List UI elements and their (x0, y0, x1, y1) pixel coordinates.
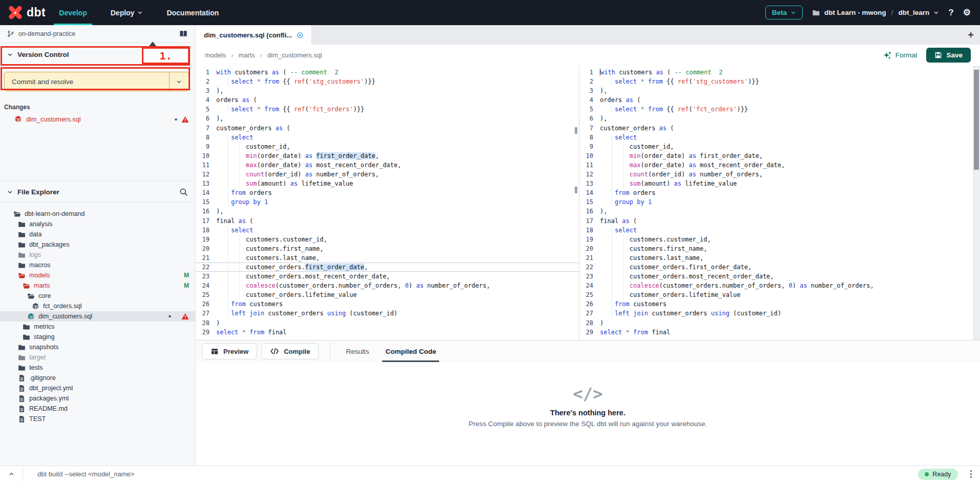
code-line[interactable]: 11 max(order_date) as most_recent_order_… (579, 160, 973, 170)
breadcrumb-marts[interactable]: marts (239, 51, 255, 59)
branch-name[interactable]: on-demand-practice (18, 30, 75, 37)
code-line[interactable]: 3), (196, 86, 579, 95)
tree-item-models[interactable]: modelsM (0, 270, 195, 280)
changed-file-dim-customers[interactable]: dim_customers.sql • (0, 113, 195, 126)
code-line[interactable]: 23 customer_orders.most_recent_order_dat… (196, 272, 579, 281)
editor-pane-left[interactable]: 1with customers as ( -- comment 22 selec… (196, 66, 579, 356)
code-line[interactable]: 9 customer_id, (579, 142, 973, 151)
tree-item-macros[interactable]: macros (0, 260, 195, 270)
code-line[interactable]: 26 from customers (579, 299, 973, 309)
tree-item-test[interactable]: TEST (0, 414, 195, 424)
code-line[interactable]: 18 select (196, 226, 579, 235)
code-line[interactable]: 27 left join customer_orders using (cust… (579, 309, 973, 318)
code-line[interactable]: 20 customers.first_name, (579, 244, 973, 253)
code-line[interactable]: 5 select * from {{ ref('fct_orders')}} (579, 105, 973, 114)
code-line[interactable]: 17final as ( (579, 216, 973, 226)
code-line[interactable]: 28) (579, 318, 973, 328)
code-line[interactable]: 21 customers.last_name, (196, 253, 579, 263)
code-line[interactable]: 14 from orders (196, 188, 579, 197)
code-line[interactable]: 24 coalesce(customer_orders.number_of_or… (579, 281, 973, 290)
editor-scrollbar-marks[interactable] (575, 66, 578, 356)
code-line[interactable]: 29select * from final (196, 328, 579, 337)
code-line[interactable]: 17final as ( (196, 216, 579, 226)
code-line[interactable]: 22 customer_orders.first_order_date, (196, 263, 579, 272)
code-line[interactable]: 18 select (579, 226, 973, 235)
tree-item-packages-yml[interactable]: packages.yml (0, 393, 195, 404)
search-icon[interactable] (179, 188, 188, 196)
tree-item-data[interactable]: data (0, 229, 195, 239)
dbt-logo[interactable]: dbt (0, 0, 56, 25)
tree-item-logs[interactable]: logs (0, 250, 195, 260)
code-line[interactable]: 28) (196, 318, 579, 328)
code-line[interactable]: 16), (579, 207, 973, 216)
tree-item-snapshots[interactable]: snapshots (0, 342, 195, 352)
docs-book-icon[interactable] (179, 30, 188, 38)
code-line[interactable]: 13 sum(amount) as lifetime_value (579, 179, 973, 188)
account-switcher[interactable]: dbt Learn - mwong / dbt_learn (812, 9, 939, 17)
tree-item-tests[interactable]: tests (0, 363, 195, 373)
code-line[interactable]: 4orders as ( (579, 95, 973, 105)
tree-item-target[interactable]: target (0, 352, 195, 363)
code-line[interactable]: 9 customer_id, (196, 142, 579, 151)
code-line[interactable]: 29select * from final (579, 328, 973, 337)
save-button[interactable]: Save (926, 48, 971, 63)
code-line[interactable]: 2 select * from {{ ref('stg_customers')}… (196, 77, 579, 86)
code-line[interactable]: 15 group by 1 (579, 197, 973, 207)
tree-item-readme-md[interactable]: README.md (0, 404, 195, 414)
file-explorer-header[interactable]: File Explorer (0, 181, 195, 203)
nav-item-deploy[interactable]: Deploy (108, 0, 147, 25)
code-line[interactable]: 15 group by 1 (196, 197, 579, 207)
format-button[interactable]: Format (883, 51, 918, 59)
code-line[interactable]: 8 select (196, 133, 579, 142)
code-line[interactable]: 10 min(order_date) as first_order_date, (579, 151, 973, 160)
scrollbar-thumb[interactable] (974, 70, 979, 170)
tree-item-marts[interactable]: martsM (0, 280, 195, 291)
code-line[interactable]: 13 sum(amount) as lifetime_value (196, 179, 579, 188)
code-line[interactable]: 1with customers as ( -- comment 2 (579, 68, 973, 77)
unsaved-circle-dot-icon[interactable] (297, 32, 303, 38)
code-line[interactable]: 16), (196, 207, 579, 216)
command-input[interactable]: dbt build --select <model_name> (23, 470, 918, 478)
code-line[interactable]: 5 select * from {{ ref('fct_orders')}} (196, 105, 579, 114)
code-line[interactable]: 23 customer_orders.most_recent_order_dat… (579, 272, 973, 281)
code-line[interactable]: 12 count(order_id) as number_of_orders, (196, 170, 579, 179)
tab-results[interactable]: Results (338, 340, 377, 362)
beta-button[interactable]: Beta (765, 6, 803, 19)
code-line[interactable]: 6), (579, 114, 973, 123)
kebab-menu-icon[interactable] (965, 470, 977, 478)
tab-dim-customers[interactable]: dim_customers.sql (confli... (196, 25, 312, 45)
breadcrumb-models[interactable]: models (205, 51, 226, 59)
code-line[interactable]: 1with customers as ( -- comment 2 (196, 68, 579, 77)
code-line[interactable]: 7customer_orders as ( (579, 124, 973, 133)
code-line[interactable]: 14 from orders (579, 188, 973, 197)
settings-gear-button[interactable]: ⚙ (963, 7, 971, 18)
code-line[interactable]: 21 customers.last_name, (579, 253, 973, 263)
nav-item-documentation[interactable]: Documentation (163, 0, 222, 25)
code-line[interactable]: 27 left join customer_orders using (cust… (196, 309, 579, 318)
tree-item-core[interactable]: core (0, 291, 195, 301)
nav-item-develop[interactable]: Develop (56, 0, 90, 25)
editor-vertical-scrollbar[interactable] (973, 66, 980, 356)
code-line[interactable]: 25 customer_orders.lifetime_value (196, 290, 579, 299)
tree-item-dbt-packages[interactable]: dbt_packages (0, 239, 195, 250)
preview-button[interactable]: Preview (202, 343, 257, 359)
code-line[interactable]: 11 max(order_date) as most_recent_order_… (196, 160, 579, 170)
code-line[interactable]: 6), (196, 114, 579, 123)
tree-item-metrics[interactable]: metrics (0, 322, 195, 332)
code-line[interactable]: 12 count(order_id) as number_of_orders, (579, 170, 973, 179)
compile-button[interactable]: Compile (261, 343, 319, 359)
tree-item--gitignore[interactable]: .gitignore (0, 373, 195, 383)
command-bar-expand-button[interactable] (0, 471, 23, 477)
tree-item-dbt-learn-on-demand[interactable]: dbt-learn-on-demand (0, 209, 195, 219)
tree-item-staging[interactable]: staging (0, 332, 195, 342)
code-line[interactable]: 10 min(order_date) as first_order_date, (196, 151, 579, 160)
tree-item-dim-customers-sql[interactable]: dim_customers.sql• (0, 311, 195, 322)
code-line[interactable]: 26 from customers (196, 299, 579, 309)
code-line[interactable]: 4orders as ( (196, 95, 579, 105)
code-line[interactable]: 24 coalesce(customer_orders.number_of_or… (196, 281, 579, 290)
code-line[interactable]: 20 customers.first_name, (196, 244, 579, 253)
code-line[interactable]: 25 customer_orders.lifetime_value (579, 290, 973, 299)
code-line[interactable]: 19 customers.customer_id, (579, 235, 973, 244)
new-tab-plus-icon[interactable]: + (962, 29, 980, 41)
code-line[interactable]: 7customer_orders as ( (196, 124, 579, 133)
